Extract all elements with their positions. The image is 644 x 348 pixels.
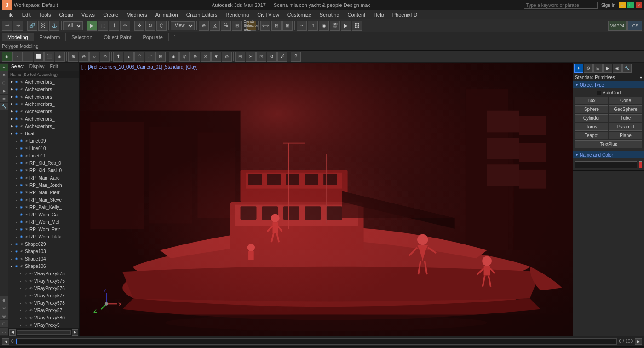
plane-button[interactable]: Plane: [609, 132, 642, 139]
unlink-button[interactable]: ⛓: [38, 21, 48, 31]
list-item[interactable]: •◉👁 Shape029: [8, 240, 79, 248]
autogrid-label[interactable]: AutoGrid: [575, 90, 642, 95]
list-item[interactable]: •◉👁 Shape103: [8, 248, 79, 255]
utilities-btn[interactable]: 🔧: [0, 103, 8, 110]
bridge-btn[interactable]: ⇌: [145, 52, 155, 62]
tab-populate[interactable]: Populate: [137, 33, 168, 41]
ring-sel[interactable]: ○: [89, 52, 99, 62]
object-type-header[interactable]: ▾ Object Type: [573, 81, 644, 88]
menu-modifiers[interactable]: Modifiers: [123, 11, 151, 18]
scene-scroll-right[interactable]: ▶: [72, 329, 78, 336]
list-item[interactable]: ▶◉👁 Archexteriors_: [8, 93, 79, 100]
break-btn[interactable]: ⊘: [222, 52, 232, 62]
layer-btn[interactable]: ⊞: [0, 320, 8, 327]
menu-help[interactable]: Help: [370, 11, 388, 18]
textplus-button[interactable]: TextPlus: [575, 140, 642, 148]
motion-cmd-btn[interactable]: ▶: [603, 64, 612, 73]
loop-sel[interactable]: ⊙: [100, 52, 110, 62]
isolate-btn[interactable]: ◎: [0, 312, 8, 319]
object-name-input[interactable]: [575, 161, 637, 168]
swift-loop[interactable]: ↯: [267, 52, 277, 62]
target-weld[interactable]: ⊕: [190, 52, 200, 62]
collapse-btn[interactable]: ▼: [211, 52, 221, 62]
teapot-button[interactable]: Teapot: [575, 132, 608, 139]
quickslice[interactable]: ⊡: [256, 52, 266, 62]
tab-selection[interactable]: Selection: [66, 33, 98, 41]
list-item[interactable]: •◉👁 RP_Wom_Petr: [8, 226, 79, 233]
curve-editor[interactable]: ~: [297, 21, 307, 31]
snap-toggle[interactable]: ⊕: [199, 21, 209, 31]
chamfer-btn[interactable]: ◈: [169, 52, 179, 62]
link-button[interactable]: 🔗: [27, 21, 37, 31]
cut-btn[interactable]: ✂: [246, 52, 256, 62]
menu-group[interactable]: Group: [55, 11, 77, 18]
edge-mode[interactable]: —: [23, 52, 33, 62]
geosphere-button[interactable]: GeoSphere: [609, 105, 642, 113]
inset-btn[interactable]: ⬡: [134, 52, 144, 62]
pyramid-button[interactable]: Pyramid: [609, 123, 642, 131]
hierarchy-btn[interactable]: ⊞: [0, 79, 8, 87]
weld-btn[interactable]: ◎: [179, 52, 190, 62]
move-tool[interactable]: ✛: [134, 21, 144, 31]
extras-btn[interactable]: …: [0, 328, 8, 335]
vertex-mode[interactable]: ·: [12, 52, 23, 62]
menu-phoenixfd[interactable]: PhoenixFD: [389, 11, 421, 18]
list-item[interactable]: •○👁 VRayProxy575: [8, 277, 79, 284]
tab-modeling[interactable]: Modeling: [2, 33, 34, 41]
slice-plane[interactable]: ⊟: [235, 52, 245, 62]
select-tool[interactable]: ▶: [87, 21, 97, 31]
border-mode[interactable]: ⬜: [34, 52, 44, 62]
create-panel-btn[interactable]: ✦: [0, 64, 8, 71]
bind-button[interactable]: ⚓: [49, 21, 59, 31]
list-item[interactable]: •◉👁 RP_Kid_Rob_0: [8, 159, 79, 167]
snap-tools-btn[interactable]: ⊕: [0, 296, 8, 304]
list-item[interactable]: ▶◉👁 Archexteriors_: [8, 100, 79, 108]
scene-tab-display[interactable]: Display: [29, 64, 46, 70]
list-item[interactable]: •◉👁 RP_Man_Aaro: [8, 174, 79, 181]
display-btn[interactable]: ◉: [0, 95, 8, 102]
list-item[interactable]: •◉👁 Line011: [8, 152, 79, 159]
menu-animation[interactable]: Animation: [152, 11, 182, 18]
menu-create[interactable]: Create: [99, 11, 122, 18]
spinner-snap[interactable]: ⊞: [232, 21, 242, 31]
list-item[interactable]: •◉👁 RP_Man_Josch: [8, 181, 79, 189]
autogrid-checkbox[interactable]: [597, 91, 601, 95]
list-item[interactable]: ▶◉👁 Archexteriors_: [8, 86, 79, 93]
viewport[interactable]: [+] [Archexteriors_20_006_Camera_01] [St…: [80, 63, 573, 336]
snap-opts-btn[interactable]: ⚙: [0, 304, 8, 312]
tube-button[interactable]: Tube: [609, 114, 642, 122]
modify-panel-btn[interactable]: ⚙: [0, 71, 8, 79]
list-item[interactable]: •○👁 VRayProxy577: [8, 292, 79, 299]
material-editor[interactable]: ◉: [319, 21, 329, 31]
mirror-tool[interactable]: ⟺: [260, 21, 270, 31]
extrude-btn[interactable]: ⬆: [113, 52, 123, 62]
list-item[interactable]: ▶◉👁 Archexteriors_: [8, 108, 79, 115]
modify-cmd-btn[interactable]: ⚙: [584, 64, 593, 73]
list-item[interactable]: ▶◉👁 Archexteriors_: [8, 115, 79, 122]
sel-mode-btn[interactable]: ◈: [2, 52, 12, 62]
color-swatch[interactable]: [639, 161, 642, 168]
list-item[interactable]: •◉👁 RP_Man_Pierr: [8, 189, 79, 196]
create-cmd-btn[interactable]: ✦: [574, 64, 583, 73]
quick-render[interactable]: ▶: [341, 21, 351, 31]
remove-btn[interactable]: ✕: [201, 52, 211, 62]
cone-button[interactable]: Cone: [609, 97, 642, 104]
menu-customize[interactable]: Customize: [284, 11, 315, 18]
menu-graph-editors[interactable]: Graph Editors: [183, 11, 221, 18]
cylinder-button[interactable]: Cylinder: [575, 114, 608, 122]
menu-tools[interactable]: Tools: [35, 11, 55, 18]
list-item[interactable]: ▼◉👁 Shape106: [8, 262, 79, 270]
list-item[interactable]: •◉👁 RP_Kid_Susi_0: [8, 167, 79, 174]
percent-snap[interactable]: %: [221, 21, 231, 31]
hierarchy-cmd-btn[interactable]: ⊞: [593, 64, 603, 73]
motion-btn[interactable]: ▶: [0, 87, 8, 94]
std-primitives-dropdown[interactable]: ▾: [640, 75, 642, 80]
tab-freeform[interactable]: Freeform: [34, 33, 66, 41]
scene-tab-select[interactable]: Select: [10, 64, 25, 70]
minimize-button[interactable]: −: [619, 2, 626, 8]
list-item[interactable]: ▶◉👁 Archexteriors_: [8, 78, 79, 86]
list-item[interactable]: •◉👁 RP_Wom_Mel: [8, 218, 79, 226]
select-region[interactable]: ⬚: [98, 21, 108, 31]
render-setup[interactable]: 🎬: [330, 21, 340, 31]
angle-snap[interactable]: ∡: [210, 21, 220, 31]
